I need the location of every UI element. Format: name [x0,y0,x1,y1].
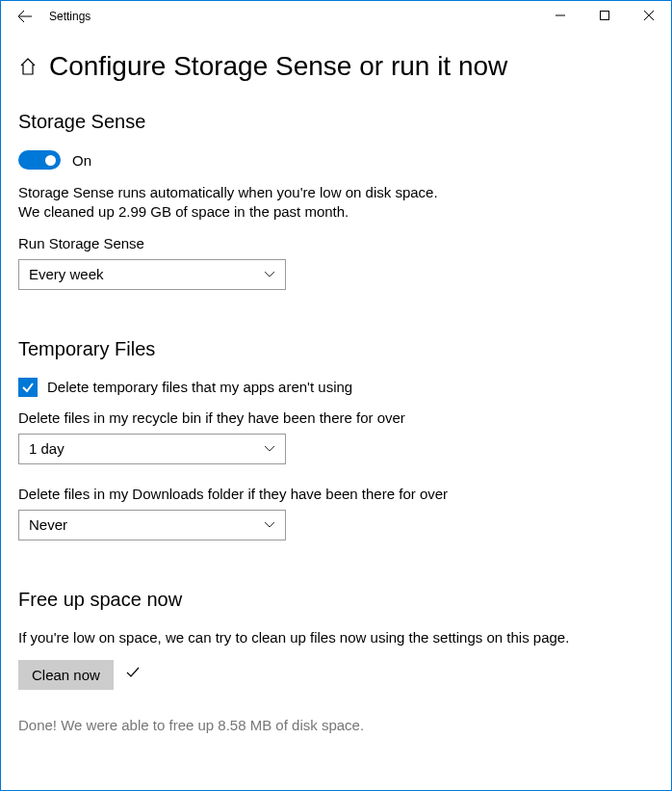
window-controls [538,1,671,30]
svg-rect-0 [601,12,609,20]
storage-sense-toggle-row: On [18,150,654,170]
free-up-heading: Free up space now [18,589,654,611]
recycle-bin-dropdown[interactable]: 1 day [18,434,286,464]
clean-now-button[interactable]: Clean now [18,660,114,690]
run-storage-sense-value: Every week [29,266,104,282]
back-button[interactable] [11,2,39,31]
close-button[interactable] [627,1,671,30]
downloads-value: Never [29,516,67,533]
maximize-button[interactable] [582,1,627,30]
titlebar: Settings [1,1,671,32]
delete-temp-files-label: Delete temporary files that my apps aren… [47,379,352,395]
window-title: Settings [49,10,90,23]
page-title: Configure Storage Sense or run it now [49,51,507,82]
storage-sense-description: Storage Sense runs automatically when yo… [18,183,654,223]
home-icon[interactable] [18,57,38,76]
checkmark-icon [21,381,35,394]
run-storage-sense-label: Run Storage Sense [18,235,654,251]
storage-sense-heading: Storage Sense [18,111,654,133]
content-area: Configure Storage Sense or run it now St… [1,32,671,751]
chevron-down-icon [264,445,275,453]
toggle-knob [45,155,56,166]
recycle-bin-value: 1 day [29,440,65,457]
checkmark-icon [125,666,141,683]
delete-temp-files-row: Delete temporary files that my apps aren… [18,378,654,397]
free-up-description: If you're low on space, we can try to cl… [18,628,654,647]
minimize-button[interactable] [538,1,582,30]
chevron-down-icon [264,271,275,278]
recycle-bin-label: Delete files in my recycle bin if they h… [18,409,654,426]
delete-temp-files-checkbox[interactable] [18,378,38,397]
storage-sense-toggle[interactable] [18,150,61,170]
temporary-files-heading: Temporary Files [18,338,654,360]
page-header: Configure Storage Sense or run it now [18,51,654,82]
storage-sense-toggle-label: On [72,152,91,169]
chevron-down-icon [264,521,275,529]
clean-done-text: Done! We were able to free up 8.58 MB of… [18,717,654,733]
clean-now-row: Clean now [18,660,654,690]
downloads-dropdown[interactable]: Never [18,510,286,541]
downloads-label: Delete files in my Downloads folder if t… [18,486,654,502]
back-arrow-icon [17,9,33,24]
run-storage-sense-dropdown[interactable]: Every week [18,259,286,290]
